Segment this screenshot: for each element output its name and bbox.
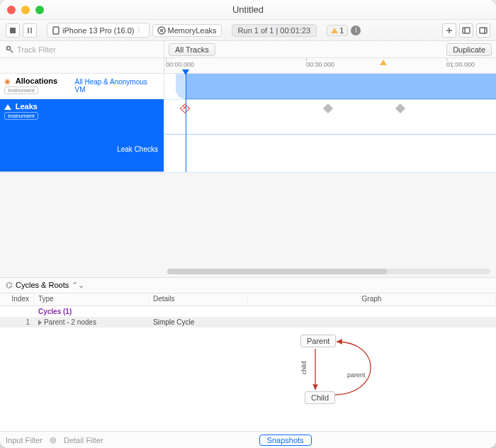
leaks-subtitle: Leak Checks: [71, 142, 164, 156]
filter-bar: Track Filter All Tracks Duplicate: [0, 41, 496, 58]
row-details: Simple Cycle: [149, 318, 248, 326]
pause-button[interactable]: [23, 23, 37, 38]
minimize-window-button[interactable]: [21, 6, 30, 14]
window-title: Untitled: [232, 4, 264, 15]
track-filter-placeholder: Track Filter: [17, 45, 56, 54]
marker-icon: [380, 60, 387, 65]
project-crumb[interactable]: MemoryLeaks: [152, 24, 222, 37]
graph-node-parent[interactable]: Parent: [300, 335, 336, 347]
cycles-icon: ⌬: [6, 281, 13, 290]
playhead[interactable]: [186, 74, 186, 172]
all-tracks-button[interactable]: All Tracks: [169, 43, 215, 56]
cycle-graph[interactable]: Parent Child child parent: [0, 327, 496, 432]
filter-icon: ◎: [50, 435, 57, 444]
footer-bar: Input Filter ◎ Detail Filter Snapshots: [0, 431, 496, 448]
input-filter-label: Input Filter: [6, 436, 43, 444]
tracks-panel: ◉ Allocations Instrument All Heap & Anon…: [0, 74, 496, 173]
graph-node-child[interactable]: Child: [305, 391, 335, 404]
filter-icon: [6, 45, 14, 54]
col-type[interactable]: Type: [34, 293, 149, 306]
duplicate-button[interactable]: Duplicate: [446, 43, 492, 56]
add-button[interactable]: [442, 23, 456, 38]
warnings-badge[interactable]: 1: [327, 25, 348, 36]
col-graph[interactable]: Graph: [248, 293, 496, 306]
device-label: iPhone 13 Pro (16.0): [62, 26, 135, 35]
svg-rect-7: [463, 28, 470, 33]
leaks-icon: [4, 104, 11, 110]
detail-filter-input[interactable]: Detail Filter: [64, 436, 103, 444]
title-bar: Untitled: [0, 0, 496, 20]
ruler-tick: 00:00.000: [166, 61, 194, 68]
instrument-badge: Instrument: [4, 86, 38, 94]
horizontal-scrollbar[interactable]: [167, 269, 490, 274]
run-status-text: Run 1 of 1 | 00:01:23: [238, 26, 311, 35]
device-icon: [52, 26, 60, 35]
leaks-title: Leaks: [16, 102, 38, 111]
warning-count: 1: [339, 26, 344, 35]
device-crumb[interactable]: iPhone 13 Pro (16.0) 〉: [47, 23, 150, 38]
cycles-group-row[interactable]: Cycles (1): [0, 306, 496, 317]
row-type: Parent - 2 nodes: [44, 318, 96, 326]
svg-rect-9: [480, 28, 487, 33]
allocations-title: Allocations: [16, 77, 57, 85]
ruler-tick: 01:00.000: [446, 61, 475, 68]
detail-view-selector[interactable]: ⌬ Cycles & Roots ⌃⌄: [0, 278, 496, 293]
graph-edges: [0, 327, 496, 432]
stop-icon: [9, 26, 17, 35]
stop-button[interactable]: [6, 23, 20, 38]
plus-icon: [445, 26, 453, 35]
run-status-pill[interactable]: Run 1 of 1 | 00:01:23: [232, 24, 317, 37]
pause-icon: [26, 26, 34, 35]
edge-label-parent: parent: [347, 371, 366, 379]
group-label: Cycles (1): [34, 308, 149, 315]
info-button[interactable]: i: [351, 26, 361, 35]
table-body: Cycles (1) 1 Parent - 2 nodes Simple Cyc…: [0, 306, 496, 327]
zoom-window-button[interactable]: [35, 6, 44, 14]
time-ruler[interactable]: 00:00.000 00:30.000 01:00.000: [0, 58, 496, 74]
svg-line-12: [11, 50, 13, 52]
instrument-badge: Instrument: [4, 112, 38, 120]
disclosure-icon[interactable]: [38, 320, 42, 325]
col-details[interactable]: Details: [149, 293, 248, 306]
warning-icon: [331, 28, 338, 33]
detail-view-label: Cycles & Roots: [16, 281, 69, 289]
project-label: MemoryLeaks: [168, 26, 217, 35]
panel-right-button[interactable]: [476, 23, 490, 38]
ruler-tick: 00:30.000: [306, 61, 334, 68]
timeline-spacer: [0, 173, 496, 278]
col-index[interactable]: Index: [0, 293, 34, 306]
panel-left-icon: [462, 26, 470, 35]
main-toolbar: iPhone 13 Pro (16.0) 〉 MemoryLeaks Run 1…: [0, 20, 496, 41]
panel-left-button[interactable]: [459, 23, 473, 38]
timeline-area[interactable]: [164, 74, 496, 172]
svg-rect-3: [53, 27, 59, 34]
table-header: Index Type Details Graph: [0, 293, 496, 306]
allocations-subtitle: All Heap & Anonymous VM: [71, 75, 164, 96]
close-window-button[interactable]: [7, 6, 16, 14]
row-index: 1: [0, 318, 34, 326]
snapshots-button[interactable]: Snapshots: [259, 435, 312, 446]
chevron-updown-icon: ⌃⌄: [72, 281, 84, 290]
window-controls: [7, 6, 44, 14]
edge-label-child: child: [300, 361, 308, 374]
leaks-track-header[interactable]: Leaks Instrument Leak Checks: [0, 99, 164, 172]
track-filter-input[interactable]: Track Filter: [0, 41, 164, 57]
svg-rect-0: [10, 28, 16, 33]
panel-right-icon: [479, 26, 487, 35]
leaks-app-icon: [157, 26, 166, 35]
app-window: Untitled iPhone 13 Pro (16.0) 〉 MemoryLe…: [0, 0, 496, 448]
svg-point-4: [158, 27, 165, 34]
allocations-graph: [164, 74, 496, 99]
svg-point-11: [7, 46, 11, 50]
table-row[interactable]: 1 Parent - 2 nodes Simple Cycle: [0, 317, 496, 327]
allocations-icon: ◉: [4, 77, 11, 85]
track-list: ◉ Allocations Instrument All Heap & Anon…: [0, 74, 164, 172]
allocations-track-header[interactable]: ◉ Allocations Instrument All Heap & Anon…: [0, 74, 164, 99]
